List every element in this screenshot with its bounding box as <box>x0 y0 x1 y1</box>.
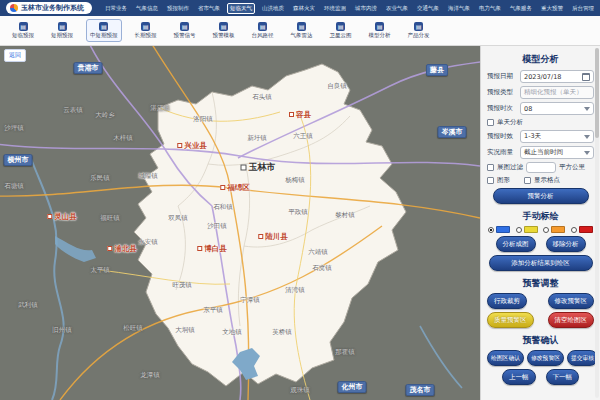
map-label-place: 六靖镇 <box>308 248 328 257</box>
map-label-city: 藤县 <box>426 64 448 76</box>
color-swatch <box>524 226 538 233</box>
manual-buttons: 分析成图移除分析 <box>487 236 594 252</box>
map-labels-layer: 贵港市藤县横州市岑溪市茂名市化州市玉林市兴业县容县福绵区陆川县博白县浦北县灵山县… <box>0 46 480 400</box>
plot-color-option-3[interactable] <box>571 226 593 233</box>
validity-select[interactable]: 1-3天 <box>520 130 594 143</box>
top-menu-item-2[interactable]: 预报制作 <box>165 4 191 13</box>
sub-menu-item-3[interactable]: ▤长期预报 <box>131 19 161 42</box>
map-label-place: 那霍镇 <box>335 348 355 357</box>
plot-color-option-1[interactable] <box>516 226 538 233</box>
forecast-hour-label: 预报时次 <box>487 104 517 113</box>
top-menu-item-3[interactable]: 省市气象 <box>196 4 222 13</box>
calendar-icon[interactable] <box>582 73 590 81</box>
map-back-button[interactable]: 返回 <box>4 49 26 62</box>
map-label-place: 太平镇 <box>90 266 110 275</box>
map-label-place: 武利镇 <box>18 301 38 310</box>
map-label-place: 石和镇 <box>213 203 233 212</box>
sub-menu-item-4[interactable]: ▤预警信号 <box>170 19 200 42</box>
map-label-place: 英桥镇 <box>272 328 292 337</box>
top-menu-item-1[interactable]: 气象信息 <box>134 4 160 13</box>
top-menu-item-11[interactable]: 海洋气象 <box>446 4 472 13</box>
top-menu-item-8[interactable]: 城市内涝 <box>353 4 379 13</box>
confirm-buttons: 绘图区确认修改预警区提交审核 <box>487 350 594 366</box>
confirm-button-2[interactable]: 提交审核 <box>567 350 598 366</box>
single-day-checkbox[interactable] <box>487 119 494 126</box>
sidebar-scrollbar[interactable] <box>595 48 599 398</box>
adjust-button-0[interactable]: 行政裁剪 <box>487 293 527 309</box>
map-canvas[interactable]: 返回 贵港市藤县横州市岑溪市茂名市化州市玉林市兴业县容县福绵区陆川县博白县浦北县… <box>0 46 480 400</box>
graphic-label: 图形 <box>497 176 510 185</box>
document-icon: ▤ <box>180 22 189 31</box>
grid-points-label: 显示格点 <box>534 176 560 185</box>
adjust-buttons-row2: 质量预警区清空绘图区 <box>487 312 594 328</box>
confirm-button-1[interactable]: 修改预警区 <box>527 350 564 366</box>
adjust-button-2[interactable]: 质量预警区 <box>487 312 534 328</box>
top-menu-item-10[interactable]: 交通气象 <box>415 4 441 13</box>
confirm-button-0[interactable]: 绘图区确认 <box>487 350 524 366</box>
sub-menu-item-0[interactable]: ▤短临预报 <box>8 19 38 42</box>
top-menu-item-0[interactable]: 日常业务 <box>103 4 129 13</box>
forecast-date-input[interactable]: 2023/07/18 <box>520 70 594 83</box>
document-icon: ▤ <box>219 22 228 31</box>
document-icon: ▤ <box>141 22 150 31</box>
document-icon: ▤ <box>414 22 423 31</box>
top-navigation-bar: 玉林市业务制作系统 日常业务气象信息预报制作省市气象短临天气山洪地质森林火灾环境… <box>0 0 600 16</box>
color-radio[interactable] <box>488 227 494 233</box>
top-menu-item-4[interactable]: 短临天气 <box>227 3 255 14</box>
top-menu-item-6[interactable]: 森林火灾 <box>291 4 317 13</box>
top-menu-item-9[interactable]: 农业气象 <box>384 4 410 13</box>
document-icon: ▤ <box>375 22 384 31</box>
top-menu-item-15[interactable]: 后台管理 <box>570 4 596 13</box>
top-menu-item-12[interactable]: 电力气象 <box>477 4 503 13</box>
chevron-down-icon <box>584 135 590 139</box>
map-label-place: 兴业县 <box>177 141 207 151</box>
frame-nav-buttons: 上一幅下一幅 <box>487 369 594 385</box>
manual-button-1[interactable]: 移除分析 <box>546 236 586 252</box>
document-icon: ▤ <box>19 22 28 31</box>
color-radio[interactable] <box>571 227 577 233</box>
map-label-place: 洛阳镇 <box>193 115 213 124</box>
plot-color-option-2[interactable] <box>543 226 565 233</box>
area-filter-input[interactable] <box>526 162 556 173</box>
validity-label: 预报时效 <box>487 132 517 141</box>
forecast-hour-select[interactable]: 08 <box>520 102 594 115</box>
manual-button-0[interactable]: 分析成图 <box>496 236 536 252</box>
rain-select[interactable]: 截止当前时间 <box>520 146 594 159</box>
area-filter-checkbox[interactable] <box>487 164 494 171</box>
adjust-button-3[interactable]: 清空绘图区 <box>548 312 595 328</box>
add-result-button[interactable]: 添加分析结果到绘区 <box>489 255 593 271</box>
frame-nav-button-0[interactable]: 上一幅 <box>502 369 536 385</box>
sub-menu-item-1[interactable]: ▤短期预报 <box>47 19 77 42</box>
sub-menu-item-7[interactable]: ▤气象雷达 <box>287 19 317 42</box>
sub-menu-bar: ▤短临预报▤短期预报▤中短期预报▤长期预报▤预警信号▤预警模板▤台风路径▤气象雷… <box>0 16 600 46</box>
sub-menu-item-9[interactable]: ▤模型分析 <box>365 19 395 42</box>
warning-analysis-button[interactable]: 预警分析 <box>493 188 589 204</box>
map-label-place: 平政镇 <box>288 208 308 217</box>
adjust-button-1[interactable]: 修改预警区 <box>548 293 595 309</box>
sub-menu-item-6[interactable]: ▤台风路径 <box>248 19 278 42</box>
sub-menu-item-2[interactable]: ▤中短期预报 <box>86 19 122 42</box>
grid-points-checkbox[interactable] <box>524 177 531 184</box>
rain-label: 实况雨量 <box>487 148 517 157</box>
map-label-place: 大岭乡 <box>95 111 115 120</box>
map-label-city: 岑溪市 <box>438 126 467 138</box>
color-radio[interactable] <box>516 227 522 233</box>
top-menu-item-13[interactable]: 气象服务 <box>508 4 534 13</box>
forecast-date-label: 预报日期 <box>487 72 517 81</box>
sub-menu-item-5[interactable]: ▤预警模板 <box>209 19 239 42</box>
sub-menu-item-8[interactable]: ▤卫星云图 <box>326 19 356 42</box>
graphic-checkbox[interactable] <box>487 177 494 184</box>
sub-menu-label: 卫星云图 <box>330 32 352 39</box>
forecast-type-input[interactable]: 精细化预报（单天） <box>520 86 594 99</box>
scrollbar-thumb[interactable] <box>595 48 599 138</box>
map-label-place: 永安镇 <box>138 238 158 247</box>
color-swatch <box>551 226 565 233</box>
top-menu-item-14[interactable]: 重大预警 <box>539 4 565 13</box>
map-label-place: 宁潭镇 <box>240 296 260 305</box>
frame-nav-button-1[interactable]: 下一幅 <box>546 369 580 385</box>
sub-menu-item-10[interactable]: ▤产品分发 <box>404 19 434 42</box>
top-menu-item-5[interactable]: 山洪地质 <box>260 4 286 13</box>
plot-color-option-0[interactable] <box>488 226 510 233</box>
color-radio[interactable] <box>543 227 549 233</box>
top-menu-item-7[interactable]: 环境监测 <box>322 4 348 13</box>
